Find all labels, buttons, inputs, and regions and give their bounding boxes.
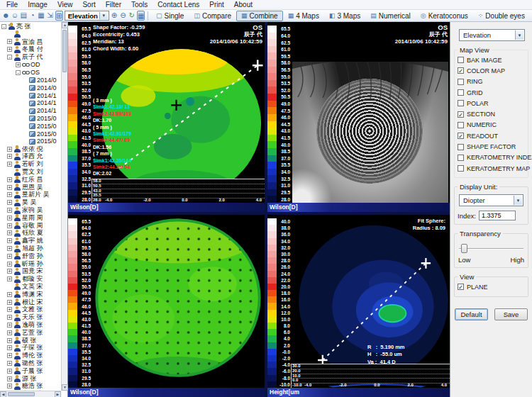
tree-item[interactable]: 2014/1 [0,99,61,107]
patient-icon[interactable]: ☺ [11,11,18,21]
expand-toggle[interactable]: + [7,216,12,220]
expand-toggle[interactable]: - [7,55,12,60]
map-view-checkbox[interactable]: READOUT [458,130,525,141]
expand-toggle[interactable]: + [7,177,12,182]
expand-toggle[interactable]: + [7,192,12,197]
checkbox-icon[interactable] [458,284,464,290]
checkbox-icon[interactable] [458,144,464,150]
tree-item[interactable]: 2014/0 [0,77,61,84]
map-view-checkbox[interactable]: RING [458,77,525,87]
tree-item[interactable]: 2015/0 [0,115,61,123]
expand-toggle[interactable]: + [7,276,12,281]
expand-toggle[interactable]: + [7,384,12,388]
screen-icon[interactable]: ⊞ [55,11,63,21]
expand-toggle[interactable]: - [16,70,21,75]
tree-item[interactable]: - OS [0,69,61,77]
expand-toggle[interactable]: + [7,185,12,190]
display-unit-dropdown[interactable]: Diopter ▼ [459,194,523,206]
view-mode-button[interactable]: ⁘ Double eyes [473,11,530,21]
expand-toggle[interactable]: + [7,269,12,274]
map-view-checkbox[interactable]: POLAR [458,98,525,108]
checkbox-icon[interactable] [458,100,464,106]
menu-item[interactable]: Image [23,0,52,9]
tree-vertical-scrollbar[interactable]: ▲ ▼ [61,22,67,391]
reset-view-icon[interactable]: ↻ [128,11,135,21]
expand-toggle[interactable]: + [7,147,12,152]
save-button[interactable]: Save [494,308,528,320]
map-view-checkbox[interactable]: KERATOMETRY INDEX [458,152,525,163]
tree-item[interactable]: 2015/0 [0,122,61,130]
map-view-checkbox[interactable]: KERATOMETRY MAP [458,163,525,174]
elevation-map[interactable] [92,215,265,388]
view-mode-button[interactable]: ▤ Numerical [365,11,416,21]
menu-item[interactable]: File [1,0,23,9]
map-view-checkbox[interactable]: SECTION [458,108,525,119]
zoom-out-icon[interactable]: ⊖ [119,11,126,21]
fit-view-icon[interactable]: ▦ [137,11,145,21]
menu-item[interactable]: About [229,0,257,9]
tree-item[interactable]: + OD [0,61,61,69]
menu-item[interactable]: Print [204,0,229,9]
menu-item[interactable]: View [52,0,78,9]
expand-toggle[interactable]: + [7,246,12,251]
tree-horizontal-scrollbar[interactable]: ◀ ▶ [0,391,61,397]
menu-item[interactable]: Filter [101,0,126,9]
checkbox-icon[interactable] [458,133,464,139]
scroll-right-icon[interactable]: ▶ [55,391,61,397]
expand-toggle[interactable]: + [7,292,12,297]
image-icon[interactable]: ▦ [38,11,45,21]
transparency-slider[interactable] [459,244,523,254]
expand-toggle[interactable]: + [7,262,12,267]
zoom-in-icon[interactable]: ⊕ [111,11,118,21]
scroll-up-icon[interactable]: ▲ [62,22,68,28]
expand-toggle[interactable]: + [7,361,12,366]
topography-map[interactable]: Shape Factor: -0.259Eccentricity: 0.453M… [92,22,265,203]
checkbox-icon[interactable] [458,89,464,96]
tree-item[interactable]: - 亮 张 [0,23,61,30]
expand-toggle[interactable]: + [16,62,21,67]
scrollbar-thumb[interactable] [8,392,35,396]
tree-item[interactable]: 2014/1 [0,107,61,115]
tree-item[interactable]: 2014/1 [0,91,61,99]
map-view-checkbox[interactable]: SHAPE FACTOR [458,141,525,152]
tree-item[interactable]: 2015/0 [0,130,61,138]
contact-lens-icon[interactable]: ◔ [28,11,35,21]
map-view-checkbox[interactable]: NUMERIC [458,120,525,130]
expand-toggle[interactable]: + [7,39,12,44]
menu-item[interactable]: Sort [77,0,100,9]
scrollbar-thumb[interactable] [62,30,67,72]
plane-checkbox[interactable]: PLANE [458,281,525,292]
expand-toggle[interactable]: + [7,223,12,228]
view-mode-button[interactable]: ◎ Keratoconus [416,11,473,21]
expand-toggle[interactable]: + [7,330,12,335]
expand-toggle[interactable]: + [7,376,12,381]
search-patient-icon[interactable]: ☻ [2,11,10,21]
expand-toggle[interactable]: + [7,345,12,350]
view-mode-button[interactable]: ▦ Combine [236,11,283,21]
tree-item[interactable]: - 辰子 代 [0,53,61,61]
expand-toggle[interactable]: - [1,24,6,29]
tree-item[interactable]: 2014/0 [0,84,61,91]
map-type-dropdown-panel[interactable]: Elevation ▼ [459,29,525,41]
view-mode-button[interactable]: ▦ 4 Maps [283,11,324,21]
view-mode-button[interactable]: ▢ Single [151,11,189,21]
expand-toggle[interactable]: + [7,323,12,328]
checkbox-icon[interactable] [458,57,464,63]
expand-toggle[interactable]: + [7,315,12,320]
expand-toggle[interactable]: + [7,254,12,259]
view-mode-button[interactable]: ◫ Compare [189,11,236,21]
slider-track[interactable] [459,248,523,250]
menu-item[interactable]: Tools [126,0,153,9]
checkbox-icon[interactable] [458,165,464,172]
checkbox-icon[interactable] [458,155,464,161]
expand-toggle[interactable]: + [7,238,12,243]
expand-toggle[interactable]: + [7,338,12,343]
export-icon[interactable]: ⇲ [46,11,53,21]
expand-toggle[interactable]: + [7,230,12,235]
scroll-down-icon[interactable]: ▼ [62,384,68,391]
menu-item[interactable]: Contact Lens [153,0,204,9]
expand-toggle[interactable]: + [7,369,12,374]
checkbox-icon[interactable] [458,111,464,118]
scroll-left-icon[interactable]: ◀ [0,391,6,397]
eye-photo-view[interactable]: OS 辰子 代 2014/10/06 10:42:59 [291,22,450,203]
